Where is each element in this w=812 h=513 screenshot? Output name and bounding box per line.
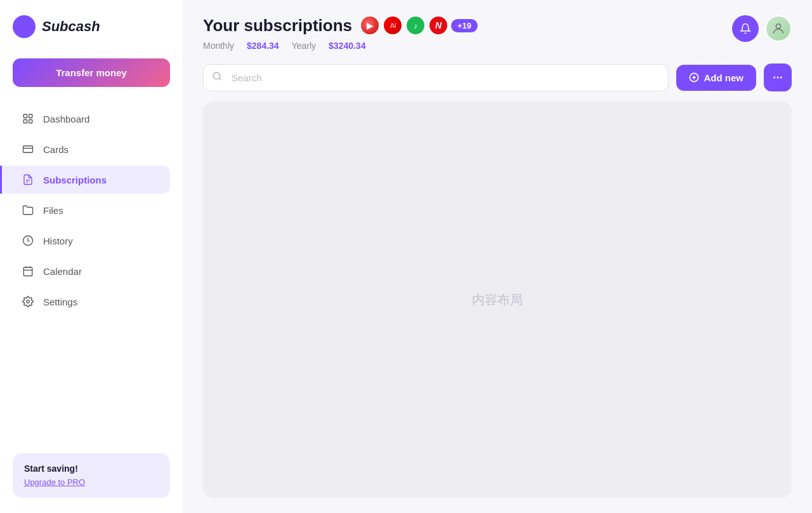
svg-point-15 xyxy=(213,72,220,79)
upgrade-title: Start saving! xyxy=(24,463,159,474)
folder-icon xyxy=(22,204,34,217)
sidebar-item-cards[interactable]: Cards xyxy=(13,135,170,163)
main-header: Your subscriptions ▶ Ai ♪ N +19 Monthly … xyxy=(203,15,792,51)
sidebar-item-label: Dashboard xyxy=(43,114,89,124)
stats-row: Monthly $284.34 Yearly $3240.34 xyxy=(203,41,478,51)
svg-point-14 xyxy=(776,24,780,29)
transfer-money-button[interactable]: Transfer money xyxy=(13,58,170,87)
page-title: Your subscriptions xyxy=(203,16,352,36)
subscriptions-content-area: 内容布局 xyxy=(203,102,792,498)
monthly-label: Monthly xyxy=(203,41,234,51)
content-placeholder: 内容布局 xyxy=(472,291,523,309)
page-title-row: Your subscriptions ▶ Ai ♪ N +19 xyxy=(203,15,478,36)
sidebar-item-history[interactable]: History xyxy=(13,227,170,255)
yearly-label: Yearly xyxy=(292,41,316,51)
sidebar-item-label: Files xyxy=(43,205,63,216)
avatar xyxy=(766,17,790,41)
clock-icon xyxy=(22,234,34,247)
main-content: Your subscriptions ▶ Ai ♪ N +19 Monthly … xyxy=(183,0,812,513)
add-new-button[interactable]: Add new xyxy=(676,65,757,91)
sidebar-item-label: Subscriptions xyxy=(43,175,107,185)
svg-rect-3 xyxy=(29,120,32,123)
search-icon xyxy=(212,71,222,84)
sidebar-item-label: Settings xyxy=(43,296,77,307)
svg-rect-2 xyxy=(23,120,27,123)
app-name: Subcash xyxy=(42,18,100,35)
svg-rect-1 xyxy=(29,114,32,117)
grid-icon xyxy=(22,112,34,125)
svg-point-20 xyxy=(773,77,775,79)
user-avatar-button[interactable] xyxy=(765,15,792,42)
svg-rect-9 xyxy=(23,267,32,276)
sidebar-item-label: Cards xyxy=(43,144,69,155)
svg-rect-4 xyxy=(23,146,33,153)
search-container xyxy=(203,64,669,91)
sidebar-item-label: Calendar xyxy=(43,266,82,277)
more-options-button[interactable] xyxy=(764,63,792,91)
upgrade-box: Start saving! Upgrade to PRO xyxy=(13,453,170,498)
sidebar: Subcash Transfer money Dashboard Cards S… xyxy=(0,0,183,513)
yearly-value: $3240.34 xyxy=(329,41,365,51)
search-input[interactable] xyxy=(203,64,669,91)
sidebar-item-settings[interactable]: Settings xyxy=(13,288,170,316)
sidebar-nav: Dashboard Cards Subscriptions Files Hist xyxy=(13,105,170,438)
file-text-icon xyxy=(22,173,34,186)
subscription-icons: ▶ Ai ♪ N +19 xyxy=(360,15,478,36)
header-left: Your subscriptions ▶ Ai ♪ N +19 Monthly … xyxy=(203,15,478,51)
search-row: Add new xyxy=(203,63,792,91)
sidebar-item-label: History xyxy=(43,236,73,246)
header-right xyxy=(732,15,792,42)
notifications-button[interactable] xyxy=(732,15,759,42)
subscription-icon-youtube: ▶ xyxy=(360,15,380,36)
svg-line-16 xyxy=(219,78,221,80)
sidebar-item-files[interactable]: Files xyxy=(13,196,170,224)
svg-point-22 xyxy=(780,77,782,79)
calendar-icon xyxy=(22,265,34,277)
sidebar-item-subscriptions[interactable]: Subscriptions xyxy=(0,166,170,194)
svg-rect-0 xyxy=(23,114,27,117)
svg-point-13 xyxy=(27,300,30,303)
settings-icon xyxy=(22,295,34,308)
more-subscriptions-badge: +19 xyxy=(451,19,478,32)
sidebar-item-dashboard[interactable]: Dashboard xyxy=(13,105,170,133)
logo-area: Subcash xyxy=(13,15,170,38)
svg-point-21 xyxy=(777,77,779,79)
credit-card-icon xyxy=(22,143,34,156)
subscription-icon-spotify: ♪ xyxy=(405,15,426,36)
subscription-icon-adobe: Ai xyxy=(383,15,403,36)
sidebar-item-calendar[interactable]: Calendar xyxy=(13,257,170,285)
monthly-value: $284.34 xyxy=(247,41,279,51)
subscription-icon-netflix: N xyxy=(428,15,449,36)
logo-icon xyxy=(13,15,36,38)
upgrade-link[interactable]: Upgrade to PRO xyxy=(24,477,85,487)
